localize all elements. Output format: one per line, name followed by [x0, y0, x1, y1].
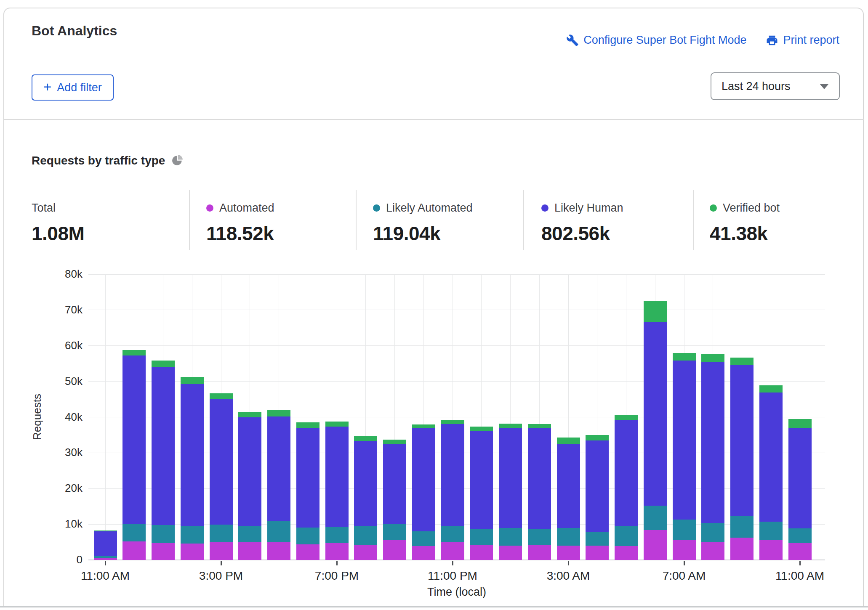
bar-segment-verified-bot[interactable]	[181, 377, 204, 384]
bar-segment-likely-automated[interactable]	[615, 526, 638, 546]
bar-segment-likely-automated[interactable]	[238, 526, 261, 542]
bar-segment-likely-automated[interactable]	[557, 528, 580, 546]
bar-segment-likely-human[interactable]	[759, 393, 783, 522]
bar-segment-automated[interactable]	[586, 546, 609, 560]
bar-segment-verified-bot[interactable]	[528, 424, 551, 428]
bar-segment-verified-bot[interactable]	[441, 420, 464, 424]
bar-segment-likely-automated[interactable]	[730, 516, 754, 537]
bar-segment-verified-bot[interactable]	[615, 415, 638, 420]
bar-segment-automated[interactable]	[528, 545, 551, 560]
bar-segment-likely-human[interactable]	[788, 428, 812, 528]
bar-segment-verified-bot[interactable]	[122, 350, 146, 355]
bar-segment-likely-human[interactable]	[644, 322, 667, 506]
bar-segment-automated[interactable]	[701, 542, 724, 560]
bar-segment-likely-automated[interactable]	[181, 526, 204, 544]
bar-segment-likely-human[interactable]	[586, 440, 609, 532]
bar-segment-automated[interactable]	[557, 546, 580, 560]
bar-segment-verified-bot[interactable]	[586, 435, 609, 440]
bar-segment-automated[interactable]	[470, 545, 493, 560]
bar-segment-likely-automated[interactable]	[325, 527, 349, 543]
bar-segment-likely-human[interactable]	[528, 428, 551, 529]
bar-segment-verified-bot[interactable]	[412, 424, 435, 428]
bar-segment-likely-automated[interactable]	[701, 523, 724, 542]
bar-segment-likely-human[interactable]	[499, 428, 522, 528]
bar-segment-likely-human[interactable]	[701, 362, 724, 523]
time-range-select[interactable]: Last 24 hours	[711, 72, 840, 100]
configure-super-bot-fight-mode-link[interactable]: Configure Super Bot Fight Mode	[566, 34, 746, 47]
bar-segment-likely-human[interactable]	[557, 444, 580, 528]
bar-segment-automated[interactable]	[673, 540, 696, 560]
bar-segment-automated[interactable]	[325, 543, 349, 560]
bar-segment-likely-human[interactable]	[383, 444, 406, 524]
bar-segment-automated[interactable]	[354, 545, 377, 560]
bar-segment-likely-human[interactable]	[238, 417, 261, 526]
bar-segment-verified-bot[interactable]	[788, 419, 812, 428]
bar-segment-likely-automated[interactable]	[94, 556, 117, 558]
bar-segment-verified-bot[interactable]	[383, 440, 406, 444]
bar-segment-automated[interactable]	[644, 530, 667, 560]
bar-segment-likely-human[interactable]	[267, 416, 290, 521]
bar-segment-likely-automated[interactable]	[122, 524, 146, 541]
bar-segment-verified-bot[interactable]	[238, 412, 261, 418]
bar-segment-automated[interactable]	[441, 542, 464, 560]
bar-segment-automated[interactable]	[759, 540, 783, 560]
bar-segment-likely-human[interactable]	[296, 428, 320, 528]
bar-segment-automated[interactable]	[210, 542, 233, 560]
bar-segment-verified-bot[interactable]	[673, 353, 696, 361]
bar-segment-likely-human[interactable]	[122, 355, 146, 524]
bar-segment-likely-human[interactable]	[412, 428, 435, 531]
bar-segment-verified-bot[interactable]	[94, 530, 117, 532]
bar-segment-likely-automated[interactable]	[383, 524, 406, 540]
bar-segment-verified-bot[interactable]	[499, 424, 522, 428]
bar-segment-automated[interactable]	[181, 544, 204, 560]
bar-segment-automated[interactable]	[296, 544, 320, 560]
bar-segment-likely-automated[interactable]	[528, 529, 551, 545]
bar-segment-likely-human[interactable]	[615, 420, 638, 526]
bar-segment-automated[interactable]	[122, 541, 146, 560]
bar-segment-likely-human[interactable]	[325, 427, 349, 526]
bar-segment-automated[interactable]	[267, 542, 290, 560]
bar-segment-likely-automated[interactable]	[441, 526, 464, 542]
bar-segment-likely-automated[interactable]	[296, 528, 320, 544]
bar-segment-verified-bot[interactable]	[701, 354, 724, 362]
bar-segment-likely-automated[interactable]	[499, 528, 522, 546]
bar-segment-likely-automated[interactable]	[152, 525, 175, 543]
bar-segment-likely-human[interactable]	[673, 361, 696, 520]
bar-segment-automated[interactable]	[615, 546, 638, 560]
bar-segment-likely-automated[interactable]	[759, 522, 783, 539]
bar-segment-verified-bot[interactable]	[557, 438, 580, 444]
bar-segment-likely-automated[interactable]	[354, 526, 377, 545]
bar-segment-likely-automated[interactable]	[412, 531, 435, 546]
print-report-link[interactable]: Print report	[766, 34, 839, 47]
bar-segment-likely-human[interactable]	[210, 399, 233, 525]
bar-segment-verified-bot[interactable]	[267, 410, 290, 416]
bar-segment-automated[interactable]	[499, 546, 522, 560]
bar-segment-likely-automated[interactable]	[586, 532, 609, 546]
bar-segment-likely-automated[interactable]	[210, 525, 233, 542]
bar-segment-automated[interactable]	[412, 546, 435, 560]
bar-segment-verified-bot[interactable]	[325, 422, 349, 427]
bar-segment-verified-bot[interactable]	[470, 427, 493, 431]
bar-segment-automated[interactable]	[238, 542, 261, 560]
bar-segment-likely-human[interactable]	[94, 531, 117, 556]
bar-segment-automated[interactable]	[383, 540, 406, 560]
bar-segment-likely-automated[interactable]	[788, 528, 812, 543]
bar-segment-likely-human[interactable]	[730, 365, 754, 517]
bar-segment-verified-bot[interactable]	[210, 393, 233, 399]
bar-segment-likely-automated[interactable]	[470, 529, 493, 545]
bar-segment-likely-automated[interactable]	[673, 520, 696, 540]
bar-segment-likely-automated[interactable]	[267, 521, 290, 543]
bar-segment-automated[interactable]	[730, 538, 754, 560]
bar-segment-verified-bot[interactable]	[759, 385, 783, 393]
bar-segment-likely-automated[interactable]	[644, 506, 667, 530]
add-filter-button[interactable]: + Add filter	[32, 74, 114, 101]
bar-segment-likely-human[interactable]	[181, 384, 204, 526]
bar-segment-verified-bot[interactable]	[644, 301, 667, 322]
bar-segment-verified-bot[interactable]	[296, 422, 320, 428]
bar-segment-automated[interactable]	[788, 543, 812, 560]
bar-segment-likely-human[interactable]	[152, 367, 175, 525]
bar-segment-likely-human[interactable]	[470, 431, 493, 528]
bar-segment-likely-human[interactable]	[354, 441, 377, 526]
bar-segment-verified-bot[interactable]	[730, 358, 754, 365]
bar-segment-verified-bot[interactable]	[354, 436, 377, 441]
